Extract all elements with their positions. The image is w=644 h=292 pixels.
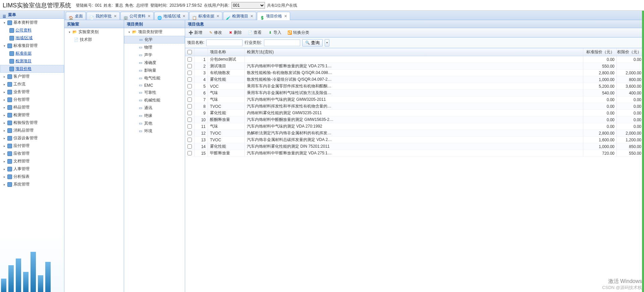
category-item[interactable]: ▭声学 — [124, 51, 185, 59]
sidebar-group[interactable]: ▸工作流 — [0, 80, 64, 88]
category-item[interactable]: ▭机械性能 — [124, 96, 185, 104]
table-row[interactable]: 14 雾化性能 汽车内饰材料雾化性能的测定 DIN 75201:2011 1,0… — [185, 143, 644, 150]
table-row[interactable]: 13 TVOC 汽车内饰非金属材料总碳挥发量的测定 VDA 2… 1,600.0… — [185, 137, 644, 143]
table-row[interactable]: 11 气味 汽车内饰材料中气味的测定 VDA 270:1992 0.00 0.0… — [185, 123, 644, 130]
sidebar-group[interactable]: ▸系统管理 — [0, 180, 64, 188]
edit-button[interactable]: ✎修改 — [207, 29, 223, 36]
sidebar-item[interactable]: 标准依据 — [0, 50, 64, 57]
table-row[interactable]: 8 TVOC 汽车内饰材料挥发性和半挥发性有机物含量的… 0.00 0.00 — [185, 103, 644, 110]
category-item[interactable]: ▭通讯 — [124, 104, 185, 112]
category-item[interactable]: ▭可靠性 — [124, 89, 185, 96]
close-icon[interactable]: ✕ — [250, 12, 253, 20]
row-checkbox[interactable] — [187, 71, 192, 75]
category-item[interactable]: ▭环境 — [124, 127, 185, 135]
import-button[interactable]: ⬇导入 — [266, 29, 283, 36]
sidebar-group[interactable]: ▸应收管理 — [0, 150, 64, 157]
grid-check-all[interactable] — [185, 48, 195, 56]
close-icon[interactable]: ✕ — [148, 12, 151, 20]
row-checkbox[interactable] — [187, 151, 192, 155]
convert-button[interactable]: 🔁转换分类 — [286, 29, 311, 36]
grid-col-price[interactable]: 标准报价（元） — [583, 48, 617, 56]
row-checkbox[interactable] — [187, 64, 192, 68]
close-icon[interactable]: ✕ — [114, 12, 117, 20]
sidebar-group[interactable]: ▸人事管理 — [0, 165, 64, 173]
tab-standard[interactable]: 📋标准依据✕ — [189, 12, 222, 20]
table-row[interactable]: 1 分包demo测试 0.00 0.00 — [185, 56, 644, 63]
sidebar-group[interactable]: ▸业务管理 — [0, 88, 64, 96]
online-users-select[interactable]: 001 — [231, 2, 265, 9]
delete-button[interactable]: ✖删除 — [227, 29, 243, 36]
row-number: 4 — [195, 76, 208, 83]
close-icon[interactable]: ✕ — [216, 12, 219, 20]
row-number: 15 — [195, 150, 208, 156]
table-row[interactable]: 10 醛酮释放量 汽车内饰材料中醛酮放量的测定 GMW15635-2… 0.00… — [185, 117, 644, 123]
category-tree-root[interactable]: ▾ 📂 项目类别管理 — [124, 28, 185, 36]
sidebar-group[interactable]: ▸应付管理 — [0, 142, 64, 150]
category-item[interactable]: ▭其他 — [124, 120, 185, 127]
row-checkbox[interactable] — [187, 111, 192, 115]
category-item[interactable]: ▭电气性能 — [124, 74, 185, 82]
table-row[interactable]: 15 甲醛释放量 汽车内饰材料中甲醛释放量的测定 VDA 275:1… 720.… — [185, 150, 644, 157]
sidebar-group[interactable]: ▸分包管理 — [0, 96, 64, 103]
sidebar-group[interactable]: ▸仪器设备管理 — [0, 134, 64, 142]
table-row[interactable]: 6 气味 乘用车车内非金属材料气味性试验方法及限值… 540.00 400.00 — [185, 90, 644, 96]
grid-col-name[interactable]: 项目名称 — [208, 48, 245, 56]
grid-col-method[interactable]: 检测方法(流转) — [245, 48, 583, 56]
row-checkbox[interactable] — [187, 104, 192, 108]
sidebar-group[interactable]: ▾标准项目管理 — [0, 42, 64, 50]
row-checkbox[interactable] — [187, 77, 192, 82]
row-checkbox[interactable] — [187, 97, 192, 102]
filter-industry-input[interactable] — [264, 40, 300, 46]
row-checkbox[interactable] — [187, 144, 192, 149]
sidebar-item[interactable]: 地域/区域 — [0, 34, 64, 42]
table-row[interactable]: 3 有机物散发 散发性能检验-有机物散发试验 Q/SQR.04.098… 2,8… — [185, 70, 644, 76]
row-checkbox[interactable] — [187, 118, 192, 122]
table-row[interactable]: 4 雾化性能 散发性能检验-冷凝组分试验 Q/SQR.04.097-2… 1,0… — [185, 76, 644, 83]
row-checkbox[interactable] — [187, 91, 192, 95]
row-checkbox[interactable] — [187, 124, 192, 129]
row-checkbox[interactable] — [187, 131, 192, 135]
row-checkbox[interactable] — [187, 84, 192, 88]
sidebar-group[interactable]: ▸检验报告管理 — [0, 119, 64, 127]
sidebar-group[interactable]: ▸检测管理 — [0, 111, 64, 119]
category-item[interactable]: ▭准确度 — [124, 59, 185, 67]
table-row[interactable]: 7 气味 汽车内饰材料中气味的测定 GMW3205-2011 0.00 0.00 — [185, 96, 644, 103]
sidebar-group[interactable]: ▸消耗品管理 — [0, 127, 64, 134]
sidebar-group[interactable]: ▸分析报表 — [0, 173, 64, 180]
category-item[interactable]: ▭绝缘 — [124, 112, 185, 120]
close-icon[interactable]: ✕ — [284, 12, 287, 20]
lab-tree-child[interactable]: 📄 技术部 — [64, 36, 124, 44]
row-checkbox[interactable] — [187, 138, 192, 142]
close-icon[interactable]: ✕ — [182, 12, 185, 20]
new-button[interactable]: ➕新增 — [187, 29, 204, 36]
filter-name-input[interactable] — [206, 40, 243, 46]
tab-price[interactable]: 💲项目价格✕ — [257, 12, 290, 20]
table-row[interactable]: 5 VOC 乘用车车内非金属零部件挥发性有机物和醛酮… 5,200.00 3,6… — [185, 83, 644, 90]
check-all-box[interactable] — [187, 50, 192, 54]
query-button[interactable]: 🔍查询 — [302, 39, 323, 47]
sidebar-group[interactable]: ▸文档管理 — [0, 157, 64, 165]
category-item[interactable]: ▭化学 — [124, 36, 185, 44]
table-row[interactable]: 2 测试项目 汽车内饰材料中甲醛释放量的测定 VDA 275:1… 550.00 — [185, 63, 644, 70]
tab-region[interactable]: 🌐地域/区域✕ — [154, 12, 189, 20]
category-item[interactable]: ▭影响量 — [124, 67, 185, 74]
sidebar-item[interactable]: 检测项目 — [0, 57, 64, 65]
tab-home[interactable]: 🏠桌面 — [66, 12, 86, 20]
category-item[interactable]: ▭EMC — [124, 82, 185, 89]
query-split-button[interactable]: ▾ — [325, 39, 329, 47]
view-button[interactable]: 📄查看 — [247, 29, 263, 36]
tab-company[interactable]: 🏢公司资料✕ — [120, 12, 154, 20]
sidebar-group[interactable]: ▸样品管理 — [0, 103, 64, 111]
sidebar-group[interactable]: ▾基本资料管理 — [0, 19, 64, 26]
sidebar-item[interactable]: 公司资料 — [0, 26, 64, 34]
tab-doc[interactable]: 📄我的审批✕ — [87, 12, 120, 20]
table-row[interactable]: 9 雾化性能 内饰材料雾化性能的测定 GMW3235-2011 0.00 0.0… — [185, 110, 644, 117]
lab-tree-root[interactable]: ▾ 📂 实验室类别 — [64, 28, 124, 36]
table-row[interactable]: 12 TVOC 热解析法测定汽车内饰非金属材料的有机挥发… 2,800.00 2… — [185, 130, 644, 137]
sidebar-item[interactable]: 项目价格 — [0, 65, 64, 73]
grid-col-limit[interactable]: 权限价（元） — [617, 48, 644, 56]
tab-test[interactable]: 🧪检测项目✕ — [223, 12, 256, 20]
sidebar-group[interactable]: ▸客户管理 — [0, 73, 64, 80]
category-item[interactable]: ▭物理 — [124, 44, 185, 51]
row-checkbox[interactable] — [187, 57, 192, 62]
